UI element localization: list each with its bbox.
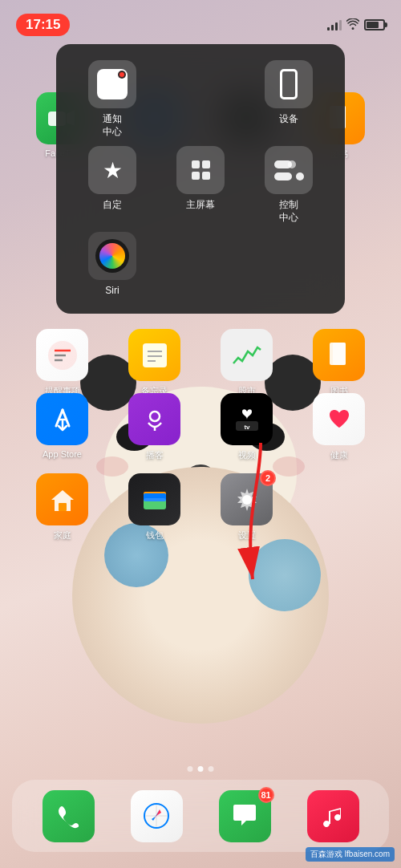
- customize-icon-box: ★: [88, 146, 136, 194]
- health-label: 健康: [330, 449, 348, 461]
- menu-item-customize[interactable]: ★ 自定: [72, 146, 152, 224]
- status-icons: [327, 18, 385, 32]
- notification-center-label: 通知中心: [103, 113, 122, 138]
- svg-text:tv: tv: [244, 424, 250, 431]
- dock-safari[interactable]: [124, 790, 188, 842]
- music-icon[interactable]: [307, 790, 359, 842]
- signal-icon: [327, 19, 342, 30]
- phone-icon[interactable]: [43, 790, 95, 842]
- podcasts-label: 播客: [146, 449, 164, 461]
- notification-center-icon: [97, 69, 128, 99]
- menu-spacer: [249, 232, 329, 298]
- podcasts-icon[interactable]: [128, 393, 180, 445]
- app-reminders[interactable]: 提醒事项: [30, 329, 95, 397]
- svg-rect-25: [59, 503, 67, 511]
- wallet-label: 钱包: [146, 529, 164, 541]
- home-screen-icon: [192, 160, 210, 180]
- books2-icon[interactable]: [313, 329, 365, 381]
- page-indicator: [188, 766, 214, 772]
- dock-phone[interactable]: [36, 790, 100, 842]
- app-settings[interactable]: 2 设置: [215, 473, 279, 541]
- notification-dot: [118, 71, 126, 79]
- app-books2[interactable]: 图书: [307, 329, 371, 397]
- device-label: 设备: [279, 113, 298, 126]
- time-display: 17:15: [16, 14, 70, 36]
- customize-label: 自定: [103, 199, 122, 212]
- app-wallet[interactable]: 钱包: [123, 473, 187, 541]
- context-menu-popup: 通知中心 设备 ★ 自定: [56, 44, 345, 314]
- device-icon: [280, 69, 298, 99]
- signal-bar-3: [335, 22, 338, 30]
- settings-icon[interactable]: 2: [221, 473, 273, 525]
- context-menu-grid: 通知中心 设备 ★ 自定: [72, 60, 329, 298]
- svg-marker-34: [153, 809, 161, 821]
- health-icon[interactable]: [313, 393, 365, 445]
- wifi-icon: [346, 18, 359, 32]
- device-icon-box: [265, 60, 313, 108]
- settings-badge: 2: [260, 470, 276, 486]
- app-tv[interactable]: tv 视频: [215, 393, 279, 461]
- app-notes[interactable]: 备忘录: [123, 329, 187, 397]
- svg-rect-29: [144, 498, 166, 509]
- stocks2-icon[interactable]: [221, 329, 273, 381]
- dock-messages[interactable]: 81: [213, 790, 277, 842]
- app-podcasts[interactable]: 播客: [123, 393, 187, 461]
- control-center-label: 控制中心: [279, 199, 298, 224]
- notification-center-icon-box: [88, 60, 136, 108]
- app-appstore[interactable]: App Store: [30, 393, 95, 461]
- notes-icon[interactable]: [128, 329, 180, 381]
- wallet-icon[interactable]: [128, 473, 180, 525]
- appstore-label: App Store: [43, 449, 82, 459]
- tv-label: 视频: [238, 449, 256, 461]
- signal-bar-4: [339, 20, 342, 30]
- signal-bar-2: [331, 25, 334, 30]
- home-screen-icon-box: [176, 146, 225, 194]
- signal-bar-1: [327, 27, 330, 30]
- control-center-icon-box: [265, 146, 313, 194]
- reminders-icon[interactable]: [36, 329, 88, 381]
- siri-icon: [95, 239, 129, 273]
- menu-item-control-center[interactable]: 控制中心: [249, 146, 329, 224]
- siri-inner: [99, 243, 125, 269]
- page-dot-2: [198, 766, 204, 772]
- messages-badge: 81: [258, 787, 274, 803]
- menu-home-center: [160, 232, 241, 298]
- svg-marker-35: [152, 809, 160, 821]
- app-row-3: App Store 播客 tv 视频 健康: [0, 393, 401, 461]
- menu-item-siri[interactable]: Siri: [72, 232, 152, 298]
- siri-icon-box: [88, 232, 136, 280]
- tv-icon[interactable]: tv: [221, 393, 273, 445]
- app-row-4: 家庭 钱包 2 设置: [0, 473, 401, 541]
- settings-label: 设置: [238, 529, 256, 541]
- appstore-icon[interactable]: [36, 393, 88, 445]
- menu-item-home-screen[interactable]: 主屏幕: [160, 146, 241, 224]
- menu-item-notification-center[interactable]: 通知中心: [72, 60, 152, 138]
- panda-decoration: [249, 539, 321, 611]
- app-stocks2[interactable]: 股市: [215, 329, 279, 397]
- messages-icon[interactable]: 81: [219, 790, 271, 842]
- control-center-icon: [274, 160, 304, 180]
- siri-label: Siri: [105, 285, 119, 298]
- home-screen-label: 主屏幕: [186, 199, 215, 212]
- dock-music[interactable]: [301, 790, 365, 842]
- app-dock: 81: [12, 780, 389, 852]
- app-home[interactable]: 家庭: [30, 473, 95, 541]
- status-bar: 17:15: [0, 0, 401, 40]
- svg-rect-15: [333, 343, 346, 365]
- app-row-2: 提醒事项 备忘录 股市 图书: [0, 329, 401, 397]
- star-icon: ★: [103, 157, 123, 184]
- watermark: 百森游戏 lfbaisen.com: [306, 847, 395, 862]
- menu-item-device[interactable]: 设备: [249, 60, 329, 138]
- page-dot-1: [188, 766, 193, 772]
- page-dot-3: [209, 766, 214, 772]
- safari-icon[interactable]: [131, 790, 183, 842]
- battery-icon: [364, 19, 385, 30]
- svg-point-20: [150, 412, 160, 421]
- home-label: 家庭: [54, 529, 71, 541]
- home-icon[interactable]: [36, 473, 88, 525]
- app-health[interactable]: 健康: [307, 393, 371, 461]
